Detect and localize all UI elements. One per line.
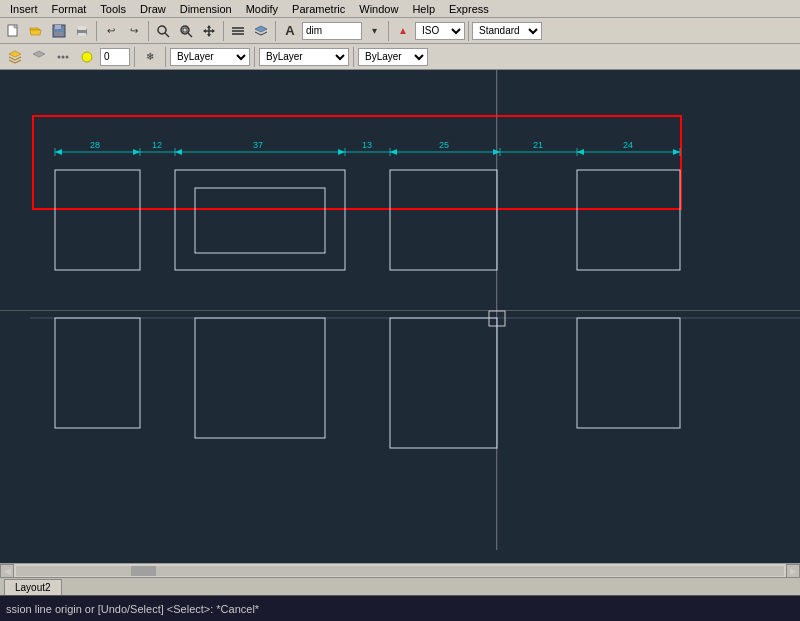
separator-5 xyxy=(388,21,389,41)
layer-config-button[interactable] xyxy=(4,46,26,68)
svg-rect-47 xyxy=(175,170,345,270)
separator-9 xyxy=(254,47,255,67)
bylayer-linetype-dropdown[interactable]: ByLayer xyxy=(259,48,349,66)
svg-rect-49 xyxy=(390,170,497,270)
bylayer-color-dropdown[interactable]: ByLayer xyxy=(170,48,250,66)
svg-rect-14 xyxy=(232,30,244,32)
menu-draw[interactable]: Draw xyxy=(134,0,172,18)
separator-10 xyxy=(353,47,354,67)
menu-window[interactable]: Window xyxy=(353,0,404,18)
layer-more-button[interactable] xyxy=(52,46,74,68)
svg-rect-53 xyxy=(390,318,497,448)
command-line: ssion line origin or [Undo/Select] <Sele… xyxy=(0,595,800,621)
command-text: ssion line origin or [Undo/Select] <Sele… xyxy=(6,603,259,615)
layers-button[interactable] xyxy=(250,20,272,42)
standard-dropdown[interactable]: Standard xyxy=(472,22,542,40)
redo-button[interactable]: ↪ xyxy=(123,20,145,42)
svg-rect-6 xyxy=(78,26,86,30)
svg-text:37: 37 xyxy=(253,140,263,150)
svg-point-19 xyxy=(82,52,92,62)
menu-express[interactable]: Express xyxy=(443,0,495,18)
svg-marker-33 xyxy=(390,149,397,155)
svg-line-9 xyxy=(165,33,169,37)
svg-text:28: 28 xyxy=(90,140,100,150)
svg-point-18 xyxy=(66,55,69,58)
scroll-left-btn[interactable]: ◀ xyxy=(0,564,14,578)
svg-point-17 xyxy=(62,55,65,58)
layer-name-input[interactable] xyxy=(100,48,130,66)
menu-tools[interactable]: Tools xyxy=(94,0,132,18)
svg-text:13: 13 xyxy=(362,140,372,150)
new-button[interactable] xyxy=(2,20,24,42)
freeze-button[interactable]: ❄ xyxy=(139,46,161,68)
tab-layout2[interactable]: Layout2 xyxy=(4,579,62,595)
scroll-right-btn[interactable]: ▶ xyxy=(786,564,800,578)
separator-4 xyxy=(275,21,276,41)
svg-marker-36 xyxy=(673,149,680,155)
toolbar-row-1: ↩ ↪ A ▾ ▲ ISO Standard xyxy=(0,18,800,44)
tab-area: Layout2 xyxy=(0,577,800,595)
layer-on-button[interactable] xyxy=(76,46,98,68)
layer-prev-button[interactable] xyxy=(28,46,50,68)
svg-rect-51 xyxy=(55,318,140,428)
triangle-icon: ▲ xyxy=(392,20,414,42)
svg-rect-4 xyxy=(55,32,63,36)
svg-rect-13 xyxy=(232,27,244,29)
zoom-extents-button[interactable] xyxy=(152,20,174,42)
svg-text:25: 25 xyxy=(439,140,449,150)
iso-dropdown[interactable]: ISO xyxy=(415,22,465,40)
drawing-canvas: 28 12 37 13 25 21 24 xyxy=(0,70,800,550)
menu-parametric[interactable]: Parametric xyxy=(286,0,351,18)
pan-button[interactable] xyxy=(198,20,220,42)
svg-rect-52 xyxy=(195,318,325,438)
svg-text:12: 12 xyxy=(152,140,162,150)
svg-rect-46 xyxy=(55,170,140,270)
open-button[interactable] xyxy=(25,20,47,42)
svg-rect-15 xyxy=(232,33,244,35)
separator-8 xyxy=(165,47,166,67)
svg-text:21: 21 xyxy=(533,140,543,150)
svg-line-12 xyxy=(188,33,192,37)
svg-point-16 xyxy=(58,55,61,58)
menubar: Insert Format Tools Draw Dimension Modif… xyxy=(0,0,800,18)
bylayer-lineweight-dropdown[interactable]: ByLayer xyxy=(358,48,428,66)
svg-rect-50 xyxy=(577,170,680,270)
text-style-button[interactable]: A xyxy=(279,20,301,42)
dim-dropdown-btn[interactable]: ▾ xyxy=(363,20,385,42)
svg-marker-32 xyxy=(338,149,345,155)
scrollbar-track[interactable] xyxy=(16,566,784,576)
svg-point-8 xyxy=(158,26,166,34)
svg-rect-48 xyxy=(195,188,325,253)
scrollbar-horizontal[interactable]: ◀ ▶ xyxy=(0,563,800,577)
svg-rect-54 xyxy=(577,318,680,428)
toolbar-row-2: ❄ ByLayer ByLayer ByLayer xyxy=(0,44,800,70)
print-button[interactable] xyxy=(71,20,93,42)
separator-7 xyxy=(134,47,135,67)
menu-format[interactable]: Format xyxy=(46,0,93,18)
menu-help[interactable]: Help xyxy=(406,0,441,18)
svg-point-10 xyxy=(181,26,189,34)
svg-rect-3 xyxy=(55,25,61,29)
separator-3 xyxy=(223,21,224,41)
svg-text:24: 24 xyxy=(623,140,633,150)
svg-marker-29 xyxy=(55,149,62,155)
menu-insert[interactable]: Insert xyxy=(4,0,44,18)
svg-marker-31 xyxy=(175,149,182,155)
svg-marker-35 xyxy=(577,149,584,155)
menu-modify[interactable]: Modify xyxy=(240,0,284,18)
undo-button[interactable]: ↩ xyxy=(100,20,122,42)
menu-dimension[interactable]: Dimension xyxy=(174,0,238,18)
svg-rect-11 xyxy=(183,28,187,32)
save-button[interactable] xyxy=(48,20,70,42)
properties-button[interactable] xyxy=(227,20,249,42)
separator-1 xyxy=(96,21,97,41)
svg-rect-7 xyxy=(78,33,86,36)
scrollbar-thumb[interactable] xyxy=(131,566,156,576)
svg-marker-30 xyxy=(133,149,140,155)
separator-6 xyxy=(468,21,469,41)
zoom-window-button[interactable] xyxy=(175,20,197,42)
dim-style-input[interactable] xyxy=(302,22,362,40)
canvas-area[interactable]: 28 12 37 13 25 21 24 xyxy=(0,70,800,550)
separator-2 xyxy=(148,21,149,41)
